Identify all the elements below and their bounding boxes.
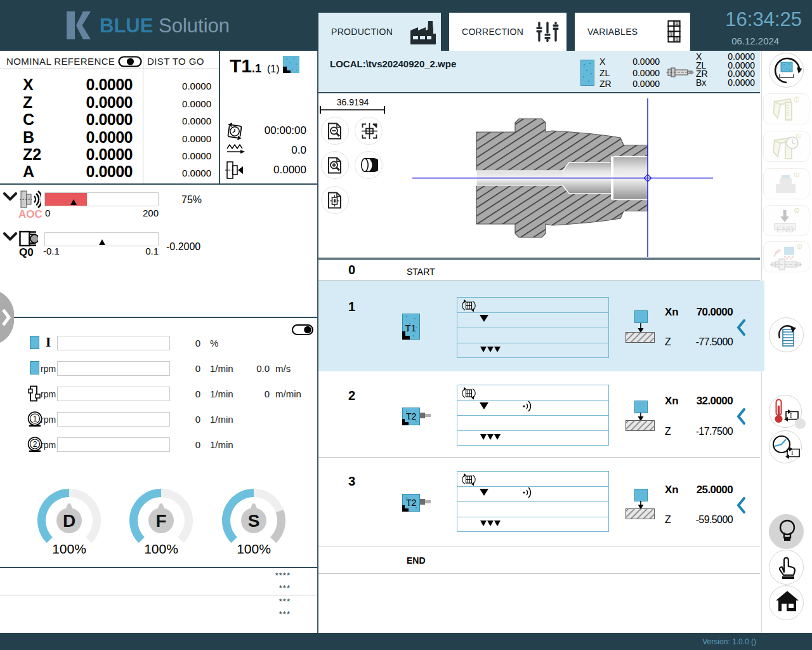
svg-text:1: 1 <box>33 415 37 423</box>
svg-text:1: 1 <box>676 21 678 25</box>
svg-text:S: S <box>248 511 260 531</box>
svg-text:T2: T2 <box>406 498 417 508</box>
svg-text:T1: T1 <box>405 322 417 333</box>
svg-text:2: 2 <box>33 440 37 449</box>
svg-text:I: I <box>791 449 794 456</box>
svg-text:1: 1 <box>676 37 678 41</box>
svg-text:T2: T2 <box>406 411 417 421</box>
svg-text:I: I <box>790 412 792 419</box>
svg-text:1: 1 <box>670 32 672 36</box>
svg-text:F: F <box>155 511 166 531</box>
svg-text:D: D <box>63 511 75 531</box>
svg-text:END: END <box>776 225 794 234</box>
